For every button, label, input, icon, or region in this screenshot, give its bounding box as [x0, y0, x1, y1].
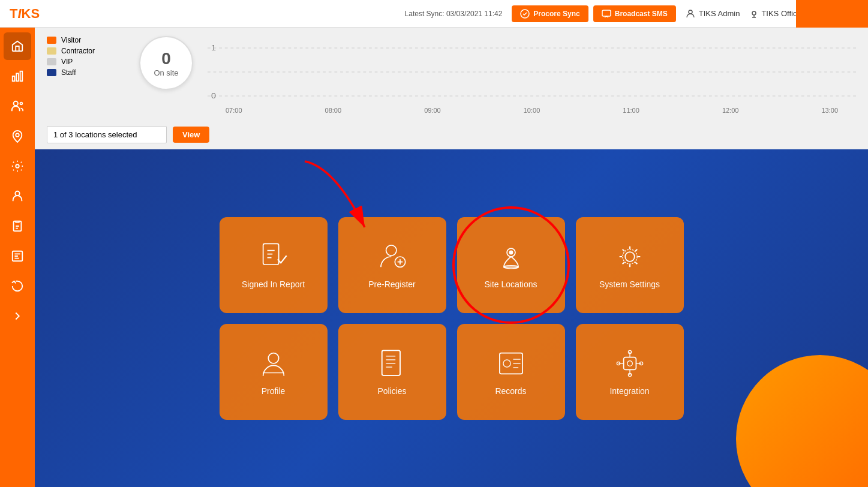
- logo-t: T: [10, 6, 17, 21]
- svg-point-39: [503, 359, 510, 366]
- tile-pre-register[interactable]: Pre-Register: [338, 217, 446, 313]
- legend-color-visitor: [47, 37, 56, 44]
- dashboard-upper: Visitor Contractor VIP Staff 0 On si: [35, 28, 868, 122]
- legend-color-vip: [47, 58, 56, 65]
- legend-staff: Staff: [47, 68, 125, 77]
- on-site-label: On site: [154, 68, 178, 77]
- tile-label-policies: Policies: [377, 386, 406, 396]
- integration-icon: [614, 348, 645, 379]
- on-site-count: 0: [161, 49, 171, 68]
- svg-point-21: [386, 245, 396, 255]
- legend-contractor: Contractor: [47, 47, 125, 55]
- siteloc-icon: [495, 241, 527, 272]
- user-menu[interactable]: TIKS Admin: [686, 9, 740, 19]
- location-bar: View: [35, 122, 868, 149]
- tile-label-pre-register: Pre-Register: [368, 279, 416, 289]
- sidebar-item-home[interactable]: [4, 32, 31, 60]
- sidebar-item-clipboard[interactable]: [4, 212, 31, 240]
- tiles-grid: Signed In Report Pre-Register: [220, 217, 684, 420]
- activity-chart: 1 0 07:00 08:00 09:00 10:00 11:00 12:00 …: [208, 36, 856, 114]
- tile-signed-in-report[interactable]: Signed In Report: [220, 217, 328, 313]
- svg-rect-6: [20, 71, 23, 82]
- tiles-section: Signed In Report Pre-Register: [35, 149, 868, 487]
- content-area: Visitor Contractor VIP Staff 0 On si: [35, 28, 868, 487]
- profile-icon: [258, 348, 289, 379]
- svg-text:0: 0: [211, 92, 216, 100]
- sidebar-item-refresh[interactable]: [4, 272, 31, 300]
- office-name: TIKS Office: [761, 9, 801, 18]
- policies-icon: [377, 348, 408, 379]
- chart-x-label-6: 12:00: [722, 107, 739, 114]
- svg-rect-4: [13, 76, 15, 81]
- broadcast-sms-button[interactable]: Broadcast SMS: [593, 5, 676, 22]
- tile-policies[interactable]: Policies: [338, 324, 446, 420]
- legend-label-vip: VIP: [61, 58, 73, 66]
- svg-point-45: [627, 360, 632, 366]
- tile-system-settings[interactable]: System Settings: [576, 217, 684, 313]
- svg-text:1: 1: [211, 44, 216, 52]
- svg-point-3: [752, 11, 756, 15]
- tile-label-system-settings: System Settings: [599, 279, 660, 289]
- svg-point-8: [20, 103, 23, 105]
- sync-info: Latest Sync: 03/03/2021 11:42: [405, 10, 503, 18]
- preregister-icon: [377, 241, 408, 272]
- svg-point-7: [14, 101, 18, 106]
- svg-point-11: [15, 191, 19, 196]
- tile-integration[interactable]: Integration: [576, 324, 684, 420]
- svg-point-10: [16, 164, 19, 168]
- logo: TIKS: [10, 6, 40, 22]
- svg-point-30: [268, 353, 278, 363]
- tile-records[interactable]: Records: [457, 324, 565, 420]
- tile-site-locations[interactable]: Site Locations: [457, 217, 565, 313]
- legend-visitor: Visitor: [47, 36, 125, 44]
- svg-point-28: [625, 252, 635, 261]
- top-right-accent: [796, 0, 868, 28]
- main-layout: Visitor Contractor VIP Staff 0 On si: [0, 28, 868, 487]
- report-icon: [258, 241, 289, 272]
- sidebar-item-settings-gear[interactable]: [4, 152, 31, 180]
- tile-label-integration: Integration: [609, 386, 649, 396]
- tile-label-signed-in-report: Signed In Report: [242, 279, 305, 289]
- tile-label-records: Records: [495, 386, 526, 396]
- chart-x-label-3: 09:00: [424, 107, 441, 114]
- sidebar: [0, 28, 35, 487]
- svg-rect-32: [382, 350, 400, 375]
- legend: Visitor Contractor VIP Staff: [47, 36, 125, 77]
- tile-profile[interactable]: Profile: [220, 324, 328, 420]
- svg-rect-44: [623, 357, 636, 369]
- sidebar-item-visitors[interactable]: [4, 92, 31, 120]
- sidebar-item-expand[interactable]: [4, 302, 31, 330]
- legend-label-contractor: Contractor: [61, 47, 95, 55]
- tile-label-profile: Profile: [262, 386, 286, 396]
- tile-wrapper-site-locations: Site Locations: [457, 217, 565, 313]
- on-site-indicator: 0 On site: [139, 36, 193, 90]
- gear-icon: [614, 241, 645, 272]
- legend-color-staff: [47, 69, 56, 76]
- deco-circle: [736, 355, 868, 487]
- user-name: TIKS Admin: [699, 9, 740, 18]
- svg-rect-5: [16, 73, 19, 81]
- sidebar-item-person[interactable]: [4, 182, 31, 210]
- sidebar-item-reports[interactable]: [4, 242, 31, 270]
- svg-point-9: [16, 133, 19, 137]
- chart-x-label-4: 10:00: [524, 107, 540, 114]
- legend-color-contractor: [47, 47, 56, 55]
- sidebar-item-analytics[interactable]: [4, 62, 31, 90]
- chart-x-label-5: 11:00: [623, 107, 639, 114]
- records-icon: [495, 348, 527, 379]
- chart-x-label-1: 07:00: [226, 107, 242, 114]
- svg-rect-1: [602, 10, 611, 16]
- chart-x-label-2: 08:00: [325, 107, 342, 114]
- tile-label-site-locations: Site Locations: [485, 279, 537, 289]
- sidebar-item-map[interactable]: [4, 122, 31, 150]
- top-nav: TIKS Latest Sync: 03/03/2021 11:42 Proco…: [0, 0, 868, 28]
- view-button[interactable]: View: [173, 127, 209, 143]
- svg-rect-37: [382, 350, 400, 375]
- procore-sync-button[interactable]: Procore Sync: [512, 5, 588, 22]
- legend-label-staff: Staff: [61, 68, 76, 77]
- legend-label-visitor: Visitor: [61, 36, 81, 44]
- chart-x-label-7: 13:00: [821, 107, 838, 114]
- svg-point-2: [689, 10, 692, 14]
- location-input[interactable]: [47, 126, 167, 143]
- chart-svg: 1 0: [208, 36, 856, 114]
